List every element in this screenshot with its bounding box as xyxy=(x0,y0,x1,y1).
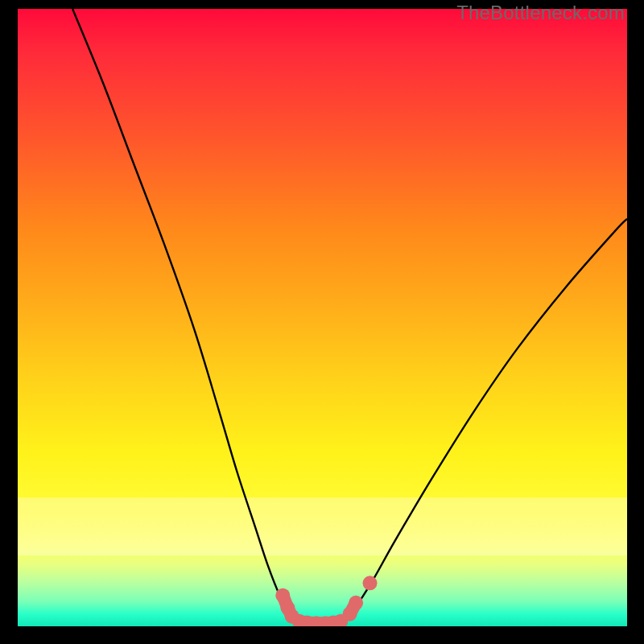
chart-frame: TheBottleneck.com xyxy=(0,0,644,644)
marker-layer xyxy=(275,576,377,626)
lone-marker-dot xyxy=(363,576,378,590)
curve-layer xyxy=(72,9,627,624)
right-marker-cluster-dot xyxy=(349,596,363,610)
watermark-text: TheBottleneck.com xyxy=(456,2,625,24)
bottleneck-curve xyxy=(72,9,627,624)
chart-svg xyxy=(18,9,627,626)
left-marker-cluster-dot xyxy=(275,588,290,603)
